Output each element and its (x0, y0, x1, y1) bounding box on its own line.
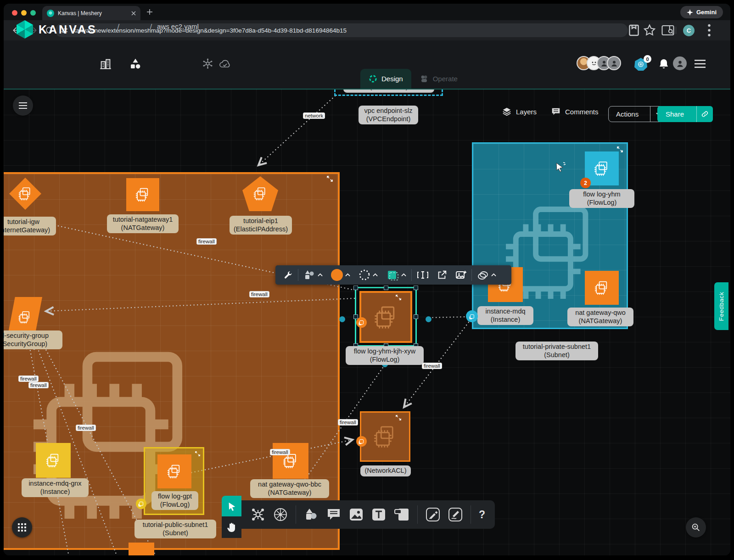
url-bar[interactable]: kanvas.new/extension/meshmap?mode=design… (55, 23, 628, 37)
comment-tool-icon[interactable] (326, 508, 341, 521)
design-canvas[interactable]: (RouteTable) vpc endpoint-slz(VPCEndpoin… (4, 89, 730, 555)
minimize-window-icon[interactable] (21, 10, 27, 16)
layers-button[interactable]: Layers (502, 106, 537, 117)
freehand-tool-icon[interactable] (448, 507, 463, 522)
instance-mdq-label[interactable]: instance-mdq(Instance) (477, 306, 533, 325)
node-partial-bottom[interactable] (129, 543, 154, 555)
close-window-icon[interactable] (12, 10, 17, 16)
gemini-button[interactable]: Gemini (680, 6, 723, 18)
pan-tool-button[interactable] (222, 516, 241, 538)
port-dot-left[interactable] (339, 316, 345, 322)
natgateway1-label[interactable]: tutorial-natgateway1(NATGateway) (107, 214, 179, 233)
border-style-button[interactable] (355, 265, 381, 285)
routetable-label[interactable]: (RouteTable) (343, 89, 434, 93)
kanvas-logo[interactable]: KANVAS (17, 20, 97, 39)
tab-close-icon[interactable] (131, 11, 136, 16)
share-button[interactable]: Share (657, 106, 713, 122)
node-flowlog-gpt[interactable] (157, 454, 191, 488)
collaborator-avatar-2[interactable] (607, 56, 621, 70)
subnet-port-badge[interactable] (466, 310, 478, 322)
resize-handle-e[interactable] (414, 314, 418, 319)
node-flowlog-selected[interactable] (359, 291, 412, 343)
text-tool-icon[interactable] (371, 508, 386, 521)
pen-tool-icon[interactable] (426, 507, 440, 522)
private-subnet-label[interactable]: tutorial-private-subnet1(Subnet) (515, 342, 598, 360)
flowlog-yhm-count-badge[interactable]: 2 (580, 178, 591, 188)
networkacl-label[interactable]: (NetworkACL) (360, 465, 411, 476)
chevron-up-icon[interactable] (345, 273, 350, 277)
shapes-palette-icon[interactable] (304, 508, 319, 521)
natgw-qwo-label[interactable]: nat gateway-qwo(NATGateway) (567, 308, 633, 326)
bookmark-star-icon[interactable] (643, 23, 656, 37)
eip1-label[interactable]: tutorial-eip1(ElasticIPAddress) (230, 216, 292, 235)
node-instance-gnx[interactable] (36, 443, 71, 478)
maximize-window-icon[interactable] (30, 10, 36, 16)
feedback-tab[interactable]: Feedback (714, 282, 728, 330)
components-tool-icon[interactable] (251, 507, 265, 522)
resize-handle-ne[interactable] (414, 286, 418, 290)
instance-gnx-label[interactable]: instance-mdq-gnx(Instance) (22, 478, 89, 497)
igw-label[interactable]: tutorial-igw(InternetGateway) (4, 217, 56, 235)
save-icon[interactable] (627, 23, 641, 37)
selected-node-badge[interactable] (356, 317, 367, 328)
browser-menu-icon[interactable] (702, 23, 716, 37)
flowlog-gpt-expand-icon[interactable] (195, 451, 200, 456)
select-tool-button[interactable] (222, 496, 241, 516)
cloud-sync-icon[interactable] (219, 58, 231, 69)
selected-node-expand-icon[interactable] (396, 295, 401, 300)
edge-network[interactable] (258, 96, 335, 165)
vpc-endpoint-label[interactable]: vpc endpoint-slz(VPCEndpoint) (359, 106, 418, 124)
open-in-new-button[interactable] (434, 265, 450, 285)
organization-icon[interactable] (99, 57, 112, 70)
node-natgw-bbc[interactable] (273, 443, 308, 479)
side-panel-search-icon[interactable] (661, 23, 675, 37)
chevron-up-icon[interactable] (318, 273, 323, 277)
help-button[interactable]: ? (479, 509, 485, 521)
networkacl-badge[interactable] (356, 436, 367, 447)
shapes-tool-button[interactable] (300, 265, 326, 285)
comments-button[interactable]: Comments (551, 106, 599, 117)
collaborator-avatars[interactable] (577, 56, 621, 70)
add-image-button[interactable] (452, 265, 470, 285)
security-group-label[interactable]: al-security-group(SecurityGroup) (4, 330, 62, 349)
note-tool-icon[interactable] (394, 508, 409, 521)
rename-button[interactable] (414, 265, 432, 285)
share-link-icon[interactable] (696, 106, 713, 122)
app-menu-icon[interactable] (694, 59, 706, 68)
chevron-up-icon[interactable] (491, 273, 496, 277)
image-tool-icon[interactable] (349, 508, 364, 521)
new-tab-icon[interactable] (147, 9, 152, 15)
node-natgw-qwo[interactable] (585, 271, 619, 305)
public-subnet-label[interactable]: tutorial-public-subnet1(Subnet) (134, 520, 216, 538)
kubernetes-tool-icon[interactable] (273, 507, 288, 522)
port-dot-right[interactable] (426, 316, 431, 322)
chevron-up-icon[interactable] (401, 273, 406, 277)
resize-handle-nw[interactable] (353, 286, 358, 290)
networkacl-expand-icon[interactable] (396, 415, 401, 420)
flowlog-selected-label[interactable]: flow log-yhm-kjh-xyw(FlowLog) (346, 346, 424, 365)
edge-port-link[interactable] (429, 317, 470, 318)
traffic-lights[interactable] (12, 9, 39, 17)
flowlog-yhm-label[interactable]: flow log-yhm(FlowLog) (569, 189, 634, 208)
kubernetes-icon[interactable] (202, 58, 213, 69)
color-tool-button[interactable] (328, 265, 353, 285)
shape-fill-button[interactable] (383, 265, 409, 285)
chevron-up-icon[interactable] (373, 273, 378, 277)
group-style-button[interactable] (474, 265, 499, 285)
browser-profile-avatar[interactable]: C (683, 25, 695, 36)
node-networkacl[interactable] (360, 411, 410, 462)
subnet-expand-icon[interactable] (617, 146, 623, 152)
browser-tab[interactable]: Kanvas | Meshery (42, 6, 140, 20)
tab-design[interactable]: Design (360, 69, 411, 89)
edge-firewall-2[interactable] (46, 298, 354, 311)
tab-operate[interactable]: Operate (411, 69, 466, 89)
resize-handle-n[interactable] (384, 286, 388, 290)
flowlog-gpt-label[interactable]: flow log-gpt(FlowLog) (151, 491, 198, 510)
notifications-bell-icon[interactable] (658, 58, 669, 70)
tools-wrench-button[interactable] (280, 265, 296, 285)
vpc-expand-icon[interactable] (327, 176, 333, 182)
workspace-shapes-icon[interactable] (129, 57, 142, 71)
flowlog-gpt-badge[interactable] (136, 498, 146, 509)
node-natgateway1[interactable] (126, 178, 159, 211)
user-avatar[interactable] (673, 56, 687, 70)
